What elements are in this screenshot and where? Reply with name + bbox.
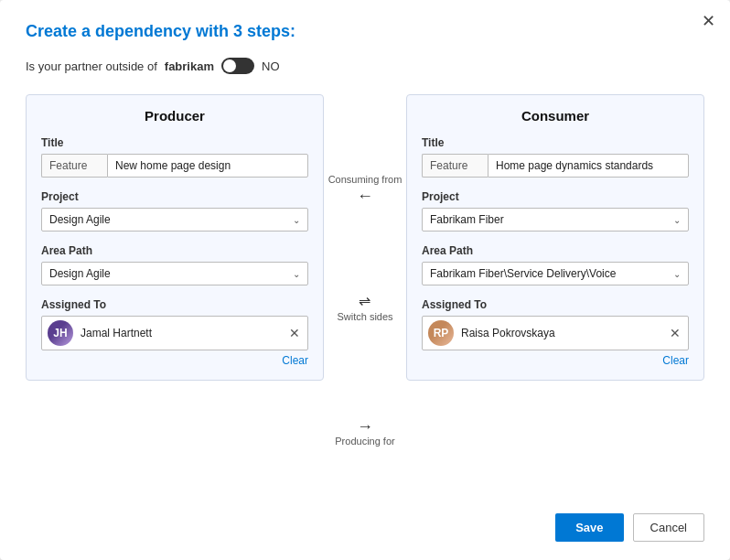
producer-assigned-name: Jamal Hartnett bbox=[81, 327, 280, 339]
dialog-footer: Save Cancel bbox=[26, 504, 704, 542]
consumer-title-type: Feature bbox=[422, 154, 488, 178]
consumer-project-dropdown[interactable]: Fabrikam Fiber ⌄ bbox=[422, 208, 689, 232]
toggle-container[interactable]: NO bbox=[221, 58, 280, 74]
close-button[interactable]: ✕ bbox=[702, 13, 715, 29]
producer-title-value[interactable]: New home page design bbox=[107, 154, 308, 178]
cancel-button[interactable]: Cancel bbox=[633, 513, 704, 542]
switch-sides-icon: ⇌ bbox=[359, 292, 370, 309]
consumer-title-row: Feature Home page dynamics standards bbox=[422, 154, 689, 178]
producer-panel-title: Producer bbox=[41, 108, 308, 124]
producing-for-label: Producing for bbox=[335, 435, 394, 447]
chevron-down-icon: ⌄ bbox=[293, 269, 300, 279]
chevron-down-icon: ⌄ bbox=[293, 215, 300, 225]
switch-sides-button[interactable]: ⇌ Switch sides bbox=[337, 292, 392, 322]
consumer-assigned-label: Assigned To bbox=[422, 298, 689, 311]
producer-title-label: Title bbox=[41, 136, 308, 149]
consumer-title-label: Title bbox=[422, 136, 689, 149]
partner-outside-label: Is your partner outside of bbox=[26, 59, 157, 73]
avatar: RP bbox=[428, 320, 454, 346]
columns-wrapper: Producer Title Feature New home page des… bbox=[26, 94, 704, 484]
consuming-from-group: Consuming from ← bbox=[328, 173, 403, 204]
producer-clear-assigned-button[interactable]: ✕ bbox=[287, 326, 302, 340]
consumer-panel: Consumer Title Feature Home page dynamic… bbox=[406, 94, 704, 381]
dialog-title: Create a dependency with 3 steps: bbox=[26, 22, 704, 41]
outside-partner-toggle[interactable] bbox=[221, 58, 254, 74]
producer-title-section: Title Feature New home page design bbox=[41, 136, 308, 178]
producer-project-dropdown[interactable]: Design Agile ⌄ bbox=[41, 208, 308, 232]
producer-project-value: Design Agile bbox=[49, 213, 111, 226]
toggle-knob bbox=[223, 59, 236, 72]
consumer-clear-link[interactable]: Clear bbox=[662, 354, 689, 367]
consuming-from-label: Consuming from bbox=[328, 173, 403, 186]
avatar-initials: JH bbox=[48, 320, 73, 346]
save-button[interactable]: Save bbox=[555, 513, 623, 542]
create-dependency-dialog: ✕ Create a dependency with 3 steps: Is y… bbox=[0, 0, 730, 560]
chevron-down-icon: ⌄ bbox=[673, 269, 681, 279]
avatar: JH bbox=[48, 320, 73, 346]
producer-clear-link[interactable]: Clear bbox=[282, 354, 308, 367]
consumer-title-value[interactable]: Home page dynamics standards bbox=[488, 154, 689, 178]
consumer-area-path-value: Fabrikam Fiber\Service Delivery\Voice bbox=[430, 267, 616, 280]
chevron-down-icon: ⌄ bbox=[673, 215, 681, 225]
producing-for-group: → Producing for bbox=[335, 418, 394, 449]
middle-column: Consuming from ← ⇌ Switch sides → Produc… bbox=[324, 94, 406, 484]
arrow-right-icon: → bbox=[357, 418, 373, 435]
consumer-panel-title: Consumer bbox=[422, 108, 689, 124]
avatar-initials: RP bbox=[428, 320, 454, 346]
producer-panel: Producer Title Feature New home page des… bbox=[26, 94, 324, 381]
producer-assigned-label: Assigned To bbox=[41, 298, 308, 311]
toggle-state-label: NO bbox=[262, 59, 280, 73]
consumer-project-value: Fabrikam Fiber bbox=[430, 213, 504, 226]
arrow-left-icon: ← bbox=[357, 188, 373, 204]
consumer-clear-assigned-button[interactable]: ✕ bbox=[668, 326, 682, 340]
consumer-title-section: Title Feature Home page dynamics standar… bbox=[422, 136, 689, 178]
consumer-project-label: Project bbox=[422, 190, 689, 203]
partner-row: Is your partner outside of fabrikam NO bbox=[26, 58, 704, 74]
switch-sides-label: Switch sides bbox=[337, 311, 392, 322]
producer-area-path-value: Design Agile bbox=[49, 267, 111, 280]
producer-title-type: Feature bbox=[41, 154, 107, 178]
producer-area-path-dropdown[interactable]: Design Agile ⌄ bbox=[41, 262, 308, 285]
producer-project-label: Project bbox=[41, 190, 308, 203]
consumer-area-path-label: Area Path bbox=[422, 244, 689, 257]
consumer-area-path-dropdown[interactable]: Fabrikam Fiber\Service Delivery\Voice ⌄ bbox=[422, 262, 689, 285]
consumer-assigned-row: RP Raisa Pokrovskaya ✕ bbox=[422, 316, 689, 350]
producer-title-row: Feature New home page design bbox=[41, 154, 308, 178]
partner-name: fabrikam bbox=[165, 59, 214, 73]
producer-clear-link-row: Clear bbox=[41, 354, 308, 367]
consumer-clear-link-row: Clear bbox=[422, 354, 689, 367]
producer-assigned-row: JH Jamal Hartnett ✕ bbox=[41, 316, 308, 350]
producer-area-path-label: Area Path bbox=[41, 244, 308, 257]
consumer-assigned-name: Raisa Pokrovskaya bbox=[461, 327, 660, 339]
